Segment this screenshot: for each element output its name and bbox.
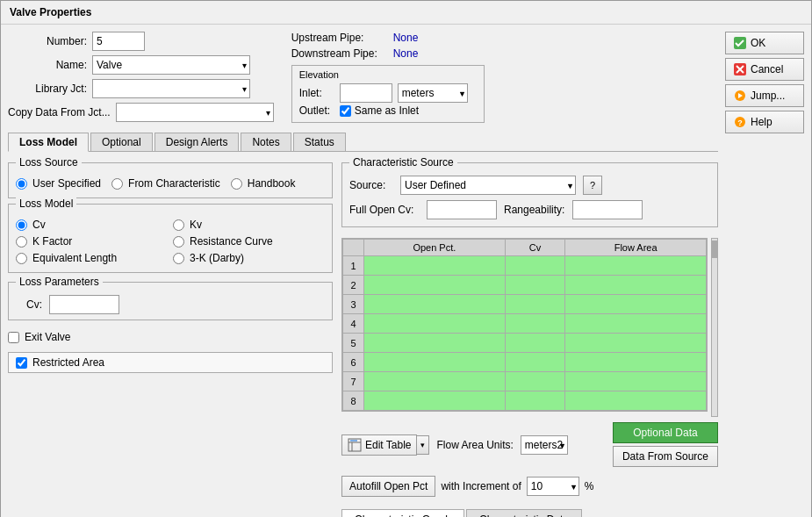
library-select[interactable] xyxy=(92,79,250,98)
cv-cell[interactable] xyxy=(505,295,565,314)
resistance-curve-radio[interactable] xyxy=(173,236,184,248)
flow-area-cell[interactable] xyxy=(565,391,707,411)
data-from-source-button[interactable]: Data From Source xyxy=(613,446,718,467)
row-number: 4 xyxy=(343,314,364,334)
loss-source-group: Loss Source User Specified From Characte… xyxy=(8,162,333,198)
cv-cell[interactable] xyxy=(505,276,565,295)
tab-status[interactable]: Status xyxy=(293,133,346,151)
table-row[interactable]: 8 xyxy=(343,391,707,411)
flow-area-units-label: Flow Area Units: xyxy=(436,439,513,451)
autofill-button[interactable]: Autofill Open Pct xyxy=(341,476,435,497)
copy-select[interactable] xyxy=(116,103,274,122)
increment-select[interactable]: 10 xyxy=(527,477,579,496)
tab-design-alerts[interactable]: Design Alerts xyxy=(154,133,240,151)
equivalent-length-radio[interactable] xyxy=(16,253,27,264)
characteristic-table: Open Pct. Cv Flow Area 1 2 xyxy=(342,239,707,411)
flow-area-cell[interactable] xyxy=(565,353,707,372)
edit-table-label: Edit Table xyxy=(365,439,411,451)
edit-table-dropdown[interactable]: ▾ xyxy=(417,435,429,455)
tab-optional[interactable]: Optional xyxy=(90,133,153,151)
handbook-radio[interactable] xyxy=(231,178,242,190)
cv-cell[interactable] xyxy=(505,391,565,411)
kv-radio[interactable] xyxy=(173,219,184,231)
flow-area-units-select[interactable]: meters2 xyxy=(521,435,568,455)
restricted-area-label: Restricted Area xyxy=(32,356,104,369)
table-row[interactable]: 3 xyxy=(343,295,707,314)
exit-valve-checkbox[interactable] xyxy=(8,332,19,343)
number-input[interactable] xyxy=(92,32,145,51)
open-pct-cell[interactable] xyxy=(364,391,506,411)
downstream-pipe-label: Downstream Pipe: xyxy=(291,47,388,60)
cancel-label: Cancel xyxy=(751,63,783,75)
k-factor-radio[interactable] xyxy=(16,236,27,248)
open-pct-cell[interactable] xyxy=(364,372,506,391)
flow-area-cell[interactable] xyxy=(565,314,707,334)
cv-cell[interactable] xyxy=(505,353,565,372)
table-row[interactable]: 4 xyxy=(343,314,707,334)
edit-table-button[interactable]: Edit Table xyxy=(341,434,417,456)
jump-button[interactable]: Jump... xyxy=(725,84,804,107)
edit-table-icon xyxy=(348,438,362,452)
open-pct-cell[interactable] xyxy=(364,295,506,314)
three-k-radio[interactable] xyxy=(173,253,184,264)
cv-cell[interactable] xyxy=(505,314,565,334)
cv-cell[interactable] xyxy=(505,372,565,391)
flow-area-cell[interactable] xyxy=(565,372,707,391)
inlet-label: Inlet: xyxy=(299,87,334,99)
table-row[interactable]: 6 xyxy=(343,353,707,372)
inlet-units-select[interactable]: meters xyxy=(398,83,468,103)
restricted-area-checkbox[interactable] xyxy=(16,357,27,369)
outlet-label: Outlet: xyxy=(299,104,334,117)
open-pct-cell[interactable] xyxy=(364,353,506,372)
cancel-button[interactable]: Cancel xyxy=(725,58,804,81)
table-row[interactable]: 5 xyxy=(343,334,707,353)
question-button[interactable]: ? xyxy=(583,176,602,195)
table-row[interactable]: 2 xyxy=(343,276,707,295)
exit-valve-label: Exit Valve xyxy=(25,331,70,343)
table-row[interactable]: 7 xyxy=(343,372,707,391)
number-label: Number: xyxy=(8,35,87,47)
flow-area-cell[interactable] xyxy=(565,334,707,353)
autofill-label: Autofill Open Pct xyxy=(349,480,428,492)
exit-valve-row: Exit Valve xyxy=(8,331,333,343)
open-pct-cell[interactable] xyxy=(364,334,506,353)
open-pct-cell[interactable] xyxy=(364,276,506,295)
same-as-inlet-checkbox[interactable] xyxy=(340,105,351,117)
cv-radio[interactable] xyxy=(16,219,27,231)
cancel-icon xyxy=(733,62,747,76)
tab-loss-model[interactable]: Loss Model xyxy=(8,133,89,152)
from-characteristic-radio[interactable] xyxy=(111,178,123,190)
help-button[interactable]: ? Help xyxy=(725,111,804,133)
flow-area-cell[interactable] xyxy=(565,295,707,314)
optional-data-button[interactable]: Optional Data xyxy=(613,422,718,443)
kv-label: Kv xyxy=(190,219,202,231)
full-open-cv-input[interactable] xyxy=(427,200,497,219)
table-scrollbar[interactable] xyxy=(711,238,718,417)
inlet-input[interactable] xyxy=(340,83,392,103)
user-specified-radio[interactable] xyxy=(16,178,27,190)
tab-characteristic-data[interactable]: Characteristic Data xyxy=(466,509,582,517)
copy-label: Copy Data From Jct... xyxy=(8,106,111,118)
rangeability-input[interactable] xyxy=(572,200,643,219)
row-number: 2 xyxy=(343,276,364,295)
with-label: with Increment of xyxy=(441,480,521,492)
same-as-inlet-label: Same as Inlet xyxy=(355,104,419,117)
flow-area-cell[interactable] xyxy=(565,276,707,295)
table-row[interactable]: 1 xyxy=(343,256,707,276)
cv-cell[interactable] xyxy=(505,334,565,353)
open-pct-cell[interactable] xyxy=(364,256,506,276)
source-select[interactable]: User Defined xyxy=(400,176,576,195)
library-label: Library Jct: xyxy=(8,83,87,95)
tab-characteristic-graph[interactable]: Characteristic Graph xyxy=(341,509,464,517)
flow-area-cell[interactable] xyxy=(565,256,707,276)
from-characteristic-label: From Characteristic xyxy=(128,177,220,190)
open-pct-cell[interactable] xyxy=(364,314,506,334)
ok-button[interactable]: OK xyxy=(725,32,804,54)
tab-notes[interactable]: Notes xyxy=(241,133,291,151)
cv-cell[interactable] xyxy=(505,256,565,276)
cv-label: Cv xyxy=(32,219,46,231)
cv-param-input[interactable] xyxy=(49,295,119,314)
name-input[interactable] xyxy=(92,55,250,75)
loss-source-title: Loss Source xyxy=(16,156,82,169)
row-number: 7 xyxy=(343,372,364,391)
